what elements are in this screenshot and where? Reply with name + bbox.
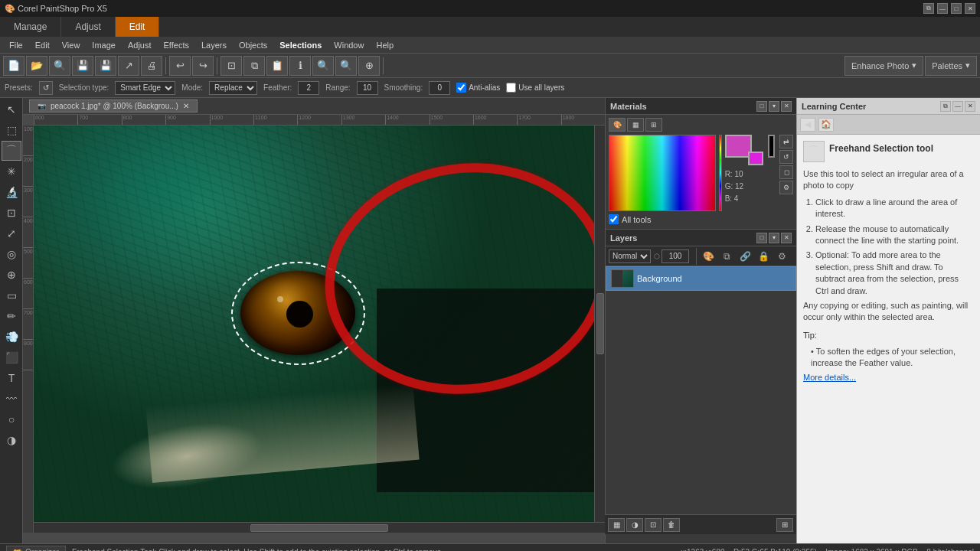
tool-paint[interactable]: ✏ xyxy=(2,306,21,326)
mode-select[interactable]: Replace xyxy=(209,81,257,95)
tool-text[interactable]: T xyxy=(2,368,21,388)
tool-clone[interactable]: ⊕ xyxy=(2,265,21,285)
window-controls[interactable]: ⧉ — □ ✕ xyxy=(923,3,975,14)
tool-select[interactable]: ⬚ xyxy=(2,120,21,140)
tool-arrow[interactable]: ↖ xyxy=(2,99,21,119)
document-tab[interactable]: 📷 peacock 1.jpg* @ 100% (Backgrou...) ✕ xyxy=(29,99,198,112)
menu-layers[interactable]: Layers xyxy=(195,39,233,51)
new-btn[interactable]: 📄 xyxy=(3,56,24,76)
color-tab-gradient[interactable]: ▦ xyxy=(627,118,644,132)
new-layer-btn[interactable]: 🎨 xyxy=(700,248,717,265)
layers-expand-btn[interactable]: □ xyxy=(756,233,767,243)
paste-btn[interactable]: 📋 xyxy=(266,56,288,76)
lc-minimize-btn[interactable]: — xyxy=(952,101,963,112)
color-tab-paint[interactable]: 🎨 xyxy=(609,118,626,132)
canvas-area[interactable]: 📷 peacock 1.jpg* @ 100% (Backgrou...) ✕ … xyxy=(23,98,605,543)
menu-adjust[interactable]: Adjust xyxy=(122,39,158,51)
blend-btn[interactable]: ◑ xyxy=(626,518,643,532)
lc-float-btn[interactable]: ⧉ xyxy=(940,101,951,112)
crop-btn[interactable]: ⊡ xyxy=(220,56,242,76)
browse-btn[interactable]: 🔍 xyxy=(49,56,70,76)
all-tools-checkbox[interactable] xyxy=(609,214,619,224)
open-btn[interactable]: 📂 xyxy=(26,56,47,76)
tab-edit[interactable]: Edit xyxy=(116,17,160,37)
menu-image[interactable]: Image xyxy=(86,39,122,51)
tool-fill[interactable]: ⬛ xyxy=(2,347,21,367)
seltype-select[interactable]: Smart Edge xyxy=(115,81,175,95)
share-btn[interactable]: ↗ xyxy=(118,56,139,76)
menu-view[interactable]: View xyxy=(56,39,87,51)
enhance-photo-btn[interactable]: Enhance Photo ▾ xyxy=(844,56,923,76)
antialias-check[interactable]: Anti-alias xyxy=(456,83,500,93)
tool-smudge[interactable]: ◑ xyxy=(2,430,21,450)
redo-btn[interactable]: ↪ xyxy=(192,56,214,76)
undo-btn[interactable]: ↩ xyxy=(169,56,191,76)
organizer-tab[interactable]: 📂 Organizer xyxy=(6,546,66,551)
color-options-btn[interactable]: ⚙ xyxy=(779,181,793,194)
lc-more-details-link[interactable]: More details... xyxy=(803,373,856,382)
save-btn[interactable]: 💾 xyxy=(72,56,93,76)
lc-window-controls[interactable]: ⧉ — ✕ xyxy=(940,101,975,112)
swap-colors-btn[interactable]: ⇄ xyxy=(779,135,793,148)
menu-effects[interactable]: Effects xyxy=(158,39,195,51)
blend-mode-select[interactable]: Normal xyxy=(609,249,651,263)
tool-eyedropper[interactable]: 🔬 xyxy=(2,182,21,202)
extra-btn[interactable]: ⧉ xyxy=(923,3,934,14)
tool-airbrush[interactable]: 💨 xyxy=(2,327,21,347)
print-btn[interactable]: 🖨 xyxy=(141,56,162,76)
close-btn[interactable]: ✕ xyxy=(965,3,975,14)
usealllayers-check[interactable]: Use all layers xyxy=(506,83,564,93)
layers-controls[interactable]: □ ▾ ✕ xyxy=(756,233,792,243)
horizontal-scrollbar[interactable] xyxy=(34,522,605,533)
color-gradient[interactable] xyxy=(609,135,716,211)
materials-expand-btn[interactable]: □ xyxy=(756,101,767,112)
delete-layer-btn[interactable]: 🗑 xyxy=(663,518,680,532)
layers-close-btn[interactable]: ✕ xyxy=(781,233,792,243)
tool-crop[interactable]: ⊡ xyxy=(2,203,21,223)
grid-view-btn[interactable]: ⊞ xyxy=(776,518,793,532)
vertical-scrollbar[interactable] xyxy=(594,126,605,522)
menu-window[interactable]: Window xyxy=(328,39,370,51)
tool-eraser[interactable]: ▭ xyxy=(2,285,21,305)
menu-help[interactable]: Help xyxy=(370,39,400,51)
lc-close-btn[interactable]: ✕ xyxy=(965,101,975,112)
menu-objects[interactable]: Objects xyxy=(233,39,273,51)
lc-home-btn[interactable]: 🏠 xyxy=(818,118,834,132)
background-swatch[interactable] xyxy=(748,152,763,165)
menu-selections[interactable]: Selections xyxy=(273,39,328,51)
tool-freehand[interactable]: ⌒ xyxy=(2,141,21,161)
opacity-input[interactable] xyxy=(662,249,689,263)
antialias-checkbox[interactable] xyxy=(456,83,466,93)
tool-redeye[interactable]: ◎ xyxy=(2,244,21,264)
tool-magic-wand[interactable]: ✳ xyxy=(2,161,21,181)
copy-btn[interactable]: ⧉ xyxy=(243,56,265,76)
layer-options-btn[interactable]: ⚙ xyxy=(773,248,790,265)
merge-btn[interactable]: ▦ xyxy=(608,518,625,532)
hscroll-thumb[interactable] xyxy=(250,524,388,532)
presets-icon[interactable]: ↺ xyxy=(39,81,53,95)
lc-back-btn[interactable]: ◀ xyxy=(800,118,815,132)
tool-straighten[interactable]: ⤢ xyxy=(2,223,21,243)
usealllayers-checkbox[interactable] xyxy=(506,83,516,93)
link-layers-btn[interactable]: 🔗 xyxy=(737,248,753,265)
palettes-btn[interactable]: Palettes ▾ xyxy=(925,56,977,76)
smoothing-input[interactable] xyxy=(429,81,450,95)
tab-manage[interactable]: Manage xyxy=(0,17,61,37)
copy-layer-btn[interactable]: ⧉ xyxy=(718,248,735,265)
materials-close-btn[interactable]: ✕ xyxy=(781,101,792,112)
feather-input[interactable] xyxy=(298,81,319,95)
minimize-btn[interactable]: — xyxy=(937,3,948,14)
info-btn[interactable]: ℹ xyxy=(289,56,311,76)
tool-dodge[interactable]: ○ xyxy=(2,409,21,429)
layer-background[interactable]: Background xyxy=(606,266,796,291)
maximize-btn[interactable]: □ xyxy=(951,3,962,14)
menu-edit[interactable]: Edit xyxy=(29,39,56,51)
lock-layer-btn[interactable]: 🔒 xyxy=(755,248,772,265)
reset-colors-btn[interactable]: ↺ xyxy=(779,150,793,164)
save-as-btn[interactable]: 💾 xyxy=(95,56,116,76)
color-tab-pattern[interactable]: ⊞ xyxy=(645,118,662,132)
spectrum-bar[interactable] xyxy=(719,135,722,211)
layers-menu-btn[interactable]: ▾ xyxy=(769,233,779,243)
image-canvas[interactable] xyxy=(34,126,605,533)
materials-menu-btn[interactable]: ▾ xyxy=(769,101,779,112)
